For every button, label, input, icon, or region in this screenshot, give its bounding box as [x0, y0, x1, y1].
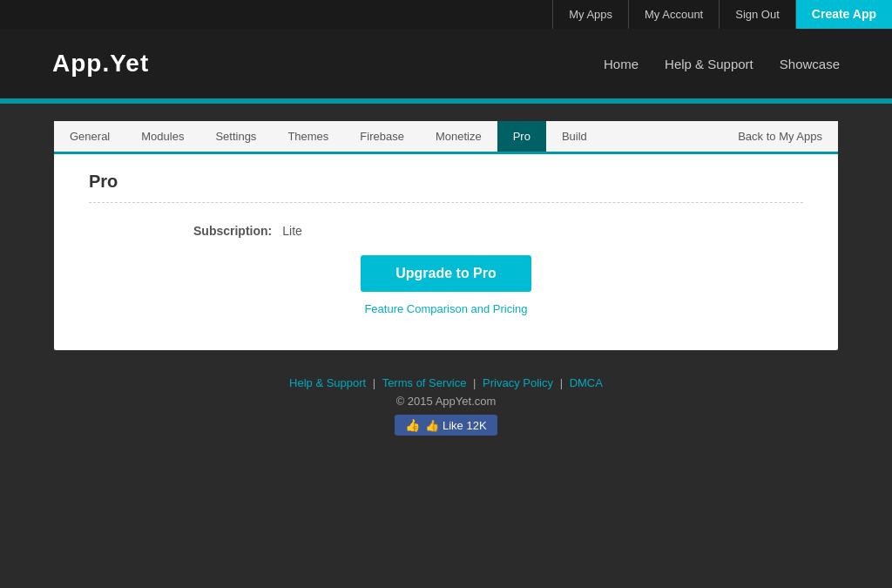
- top-nav-links: My Apps My Account Sign Out Create App: [552, 0, 892, 29]
- top-navigation: My Apps My Account Sign Out Create App: [0, 0, 892, 29]
- footer-dmca-link[interactable]: DMCA: [570, 376, 603, 389]
- footer-sep-3: |: [560, 376, 563, 389]
- footer-privacy-link[interactable]: Privacy Policy: [483, 376, 553, 389]
- tab-build[interactable]: Build: [546, 121, 603, 152]
- secondary-nav: Home Help & Support Showcase: [604, 57, 840, 71]
- page-title: Pro: [89, 172, 803, 192]
- tab-monetize[interactable]: Monetize: [420, 121, 497, 152]
- subscription-label: Subscription:: [193, 224, 272, 238]
- upgrade-area: Upgrade to Pro Feature Comparison and Pr…: [89, 255, 803, 315]
- my-account-link[interactable]: My Account: [629, 0, 720, 29]
- subscription-row: Subscription: Lite: [89, 224, 803, 238]
- subscription-value: Lite: [282, 224, 302, 238]
- feature-comparison-link[interactable]: Feature Comparison and Pricing: [364, 302, 527, 315]
- tab-settings[interactable]: Settings: [199, 121, 272, 152]
- logo: App.Yet: [52, 50, 149, 78]
- sign-out-link[interactable]: Sign Out: [720, 0, 796, 29]
- blue-separator: [0, 98, 892, 104]
- thumbs-up-icon: 👍: [405, 418, 420, 432]
- footer: Help & Support | Terms of Service | Priv…: [0, 376, 892, 453]
- header: App.Yet Home Help & Support Showcase: [0, 29, 892, 98]
- home-nav-link[interactable]: Home: [604, 57, 639, 71]
- help-support-nav-link[interactable]: Help & Support: [665, 57, 753, 71]
- footer-copyright: © 2015 AppYet.com: [0, 395, 892, 408]
- tab-general[interactable]: General: [54, 121, 125, 152]
- tab-pro[interactable]: Pro: [497, 121, 546, 152]
- tab-modules[interactable]: Modules: [125, 121, 199, 152]
- my-apps-link[interactable]: My Apps: [552, 0, 629, 29]
- footer-sep-2: |: [473, 376, 476, 389]
- tab-back-to-my-apps[interactable]: Back to My Apps: [722, 121, 838, 152]
- footer-help-support-link[interactable]: Help & Support: [289, 376, 366, 389]
- facebook-like-button[interactable]: 👍 👍 Like 12K: [395, 415, 497, 436]
- footer-links: Help & Support | Terms of Service | Priv…: [0, 376, 892, 389]
- tab-bar: General Modules Settings Themes Firebase…: [54, 121, 838, 154]
- showcase-nav-link[interactable]: Showcase: [780, 57, 840, 71]
- footer-terms-link[interactable]: Terms of Service: [382, 376, 467, 389]
- footer-sep-1: |: [373, 376, 375, 389]
- upgrade-to-pro-button[interactable]: Upgrade to Pro: [361, 255, 531, 292]
- main-container: General Modules Settings Themes Firebase…: [54, 121, 838, 350]
- create-app-button[interactable]: Create App: [796, 0, 892, 29]
- content-area: Pro Subscription: Lite Upgrade to Pro Fe…: [54, 154, 838, 350]
- divider: [89, 202, 803, 203]
- tab-firebase[interactable]: Firebase: [344, 121, 420, 152]
- tab-themes[interactable]: Themes: [272, 121, 344, 152]
- fb-like-count: 👍 Like 12K: [425, 419, 486, 432]
